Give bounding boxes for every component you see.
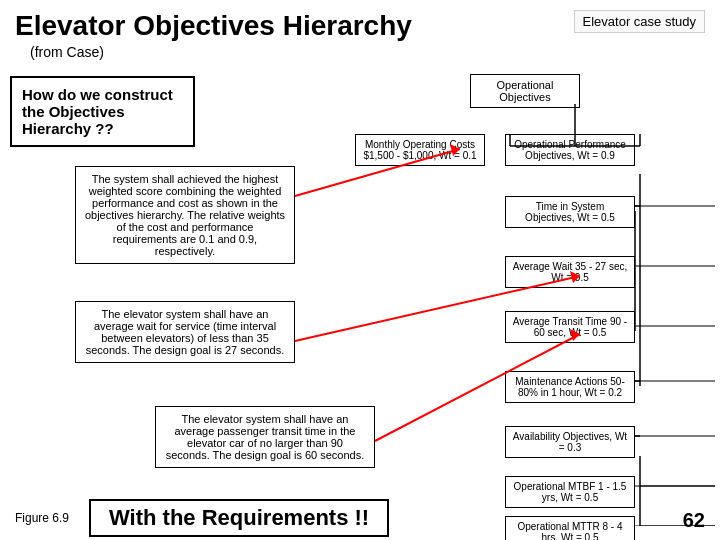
page-number: 62: [683, 509, 705, 532]
figure-label: Figure 6.9: [15, 511, 69, 525]
case-study-label: Elevator case study: [574, 10, 705, 33]
main-content: How do we construct the Objectives Hiera…: [0, 66, 720, 526]
how-box: How do we construct the Objectives Hiera…: [10, 76, 195, 147]
avg-transit-box: Average Transit Time 90 - 60 sec, Wt = 0…: [505, 311, 635, 343]
system-objectives-box: The system shall achieved the highest we…: [75, 166, 295, 264]
operational-objectives-box: Operational Objectives: [470, 74, 580, 108]
monthly-costs-box: Monthly Operating Costs $1,500 - $1,000,…: [355, 134, 485, 166]
with-requirements-box: With the Requirements !!: [89, 499, 389, 537]
bottom-row: Figure 6.9 With the Requirements !!: [0, 495, 720, 540]
elevator-wait-box: The elevator system shall have an averag…: [75, 301, 295, 363]
maintenance-box: Maintenance Actions 50-80% in 1 hour, Wt…: [505, 371, 635, 403]
avg-wait-box: Average Wait 35 - 27 sec, Wt = 0.5: [505, 256, 635, 288]
op-perf-box: Operational Performance Objectives, Wt =…: [505, 134, 635, 166]
availability-box: Availability Objectives, Wt = 0.3: [505, 426, 635, 458]
time-system-box: Time in System Objectives, Wt = 0.5: [505, 196, 635, 228]
transit-box: The elevator system shall have an averag…: [155, 406, 375, 468]
subtitle: (from Case): [0, 44, 720, 60]
